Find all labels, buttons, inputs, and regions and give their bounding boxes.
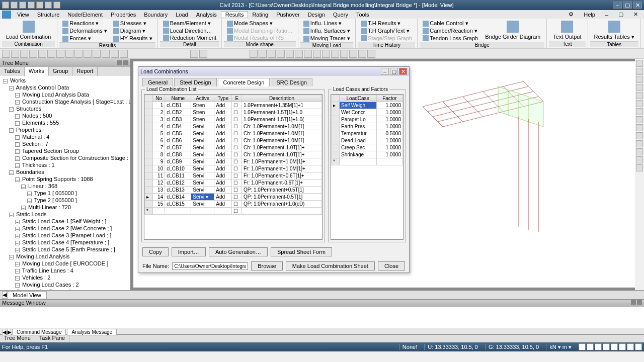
tree-body[interactable]: – Works– Analysis Control Data– Moving L… [0, 76, 130, 290]
tree-node[interactable]: – Vehicles : 2 [1, 274, 129, 281]
tool-icon[interactable] [2, 50, 10, 58]
menu-pushover[interactable]: Pushover [272, 12, 303, 18]
nav-icon[interactable]: ◀ [2, 329, 6, 335]
tool-icon[interactable] [636, 92, 643, 99]
tree-node[interactable]: – Moving Load Analysis Data [1, 91, 129, 98]
tool-icon[interactable] [29, 50, 37, 58]
dialog-maximize[interactable]: ▢ [390, 68, 398, 75]
table-row[interactable]: Creep Sec1.0000 [332, 144, 403, 151]
menu-node-element[interactable]: Node/Element [63, 12, 107, 18]
menu-analysis[interactable]: Analysis [192, 12, 221, 18]
table-row[interactable]: 3cLCB3StrenAdd☐1.0Permanent-1.5T[1]+1.0( [145, 116, 322, 123]
tree-node[interactable]: – Thickness : 1 [1, 161, 129, 168]
status-widget[interactable] [603, 343, 610, 350]
tree-node[interactable]: – Multi-Linear : 720 [1, 204, 129, 211]
menu-boundary[interactable]: Boundary [140, 12, 172, 18]
tree-node[interactable]: – Section : 7 [1, 140, 129, 147]
tree-menu-tab[interactable]: Tree Menu [0, 335, 35, 342]
tool-icon[interactable] [304, 50, 312, 58]
table-row[interactable]: 13cLCB13ServiAdd☐QP: 1.0Permanent+0.5T[1… [145, 187, 322, 194]
tool-icon[interactable] [636, 124, 643, 131]
qat-icon[interactable] [36, 2, 43, 9]
minimize-button[interactable]: – [613, 2, 622, 9]
pin-icon[interactable] [117, 60, 122, 65]
modal-damping-button[interactable]: Modal Damping Ratio… [225, 27, 295, 34]
load-combination-grid[interactable]: NoNameActiveTypeEDescription1cLCB1StrenA… [144, 94, 323, 240]
table-row[interactable]: 6cLCB6ServiAdd☐Ch: 1.0Permanent+1.0M[1] [145, 137, 322, 144]
task-pane-tab[interactable]: Task Pane [35, 335, 69, 342]
forces-button[interactable]: Forces ▾ [60, 35, 109, 42]
menu-view[interactable]: View [13, 12, 33, 18]
nav-icon[interactable]: ▶ [7, 329, 11, 335]
tab-concrete-design[interactable]: Concrete Design [218, 78, 270, 86]
tab-general[interactable]: General [142, 78, 173, 86]
browse-button[interactable]: Browse [251, 261, 283, 270]
message-body[interactable] [0, 307, 644, 328]
table-row[interactable]: ▸Self Weigh1.0000 [332, 102, 403, 109]
tool-icon[interactable] [367, 50, 375, 58]
tool-icon[interactable] [358, 50, 366, 58]
dialog-titlebar[interactable]: Load Combinations – ▢ ✕ [138, 67, 409, 76]
tab-group[interactable]: Group [49, 67, 73, 76]
tree-node[interactable]: – Static Load Case 5 [Earth Pressure ; ] [1, 246, 129, 253]
app-logo[interactable] [2, 11, 11, 19]
status-widget[interactable] [627, 343, 634, 350]
local-direction-button[interactable]: Local Direction… [161, 27, 218, 34]
tool-icon[interactable] [331, 50, 339, 58]
qat-icon[interactable] [45, 2, 52, 9]
tool-icon[interactable] [268, 50, 276, 58]
results-tables-button[interactable]: Results Tables ▾ [591, 20, 637, 41]
menu-tools[interactable]: Tools [352, 12, 373, 18]
tree-node[interactable]: – Type 2 [ 005000 ] [1, 197, 129, 204]
tree-node[interactable]: – Moving Load Code [ EUROCODE ] [1, 260, 129, 267]
deformations-button[interactable]: Deformations ▾ [60, 27, 109, 35]
tool-icon[interactable] [322, 50, 330, 58]
menu-query[interactable]: Query [329, 12, 352, 18]
dialog-minimize[interactable]: – [381, 68, 389, 75]
table-row[interactable]: Parapet Lo1.0000 [332, 116, 403, 123]
menu-design[interactable]: Design [304, 12, 329, 18]
table-row[interactable]: Earth Pres1.0000 [332, 123, 403, 130]
qat-icon[interactable] [53, 2, 60, 9]
table-row[interactable]: 2cLCB2StrenAdd☐1.0Permanent-1.5T[1]+1.0 [145, 109, 322, 116]
tool-icon[interactable] [636, 60, 643, 67]
tool-icon[interactable] [295, 50, 303, 58]
tool-icon[interactable] [65, 50, 73, 58]
tree-node[interactable]: – Type 1 [ 005000 ] [1, 190, 129, 197]
tool-icon[interactable] [111, 50, 119, 58]
table-row[interactable]: * [332, 158, 403, 165]
reactions-button[interactable]: Reactions ▾ [60, 20, 109, 27]
tool-icon[interactable] [11, 50, 19, 58]
command-message-tab[interactable]: Command Message [12, 329, 66, 335]
table-row[interactable]: Dead Load1.0000 [332, 137, 403, 144]
nodal-results-rs-button[interactable]: Nodal Results of RS [225, 34, 295, 41]
th-graph-button[interactable]: T.H Graph/Text ▾ [359, 27, 414, 35]
qat-icon[interactable] [11, 2, 18, 9]
tool-icon[interactable] [636, 84, 643, 91]
tool-icon[interactable] [259, 50, 267, 58]
status-widget[interactable] [619, 343, 626, 350]
tree-node[interactable]: – Moving Load Cases : 2 [1, 281, 129, 288]
tool-icon[interactable] [250, 50, 258, 58]
mdi-maximize[interactable]: ▢ [614, 11, 627, 18]
bridge-girder-button[interactable]: Bridge Girder Diagram [482, 20, 543, 42]
mdi-close[interactable]: ✕ [629, 11, 642, 18]
close-icon[interactable] [637, 300, 642, 305]
tree-node[interactable]: – Composite Section for Construction Sta… [1, 154, 129, 161]
tool-icon[interactable] [199, 50, 207, 58]
tree-node[interactable]: – Structures [1, 105, 129, 112]
influ-lines-button[interactable]: Influ. Lines ▾ [301, 20, 352, 27]
table-row[interactable]: 9cLCB9ServiAdd☐Fr: 1.0Permanent+1.0M[1]+ [145, 158, 322, 165]
tool-icon[interactable] [56, 50, 64, 58]
menu-results[interactable]: Results [221, 11, 249, 18]
table-row[interactable]: 1cLCB1StrenAdd☐1.0Permanent+1.35M[1]+1 [145, 102, 322, 109]
tree-node[interactable]: – Traffic Line Lanes : 4 [1, 267, 129, 274]
filename-input[interactable] [172, 262, 248, 270]
table-row[interactable]: 12cLCB12ServiAdd☐Fr: 1.0Permanent-0.6T[1… [145, 179, 322, 187]
status-widget[interactable] [611, 343, 618, 350]
stage-step-button[interactable]: Stage/Step Graph [359, 35, 414, 42]
model-view-tab[interactable]: Model View [7, 291, 47, 299]
tab-tables[interactable]: Tables [0, 67, 25, 76]
import-button[interactable]: Import… [172, 247, 206, 256]
tool-icon[interactable] [120, 50, 128, 58]
